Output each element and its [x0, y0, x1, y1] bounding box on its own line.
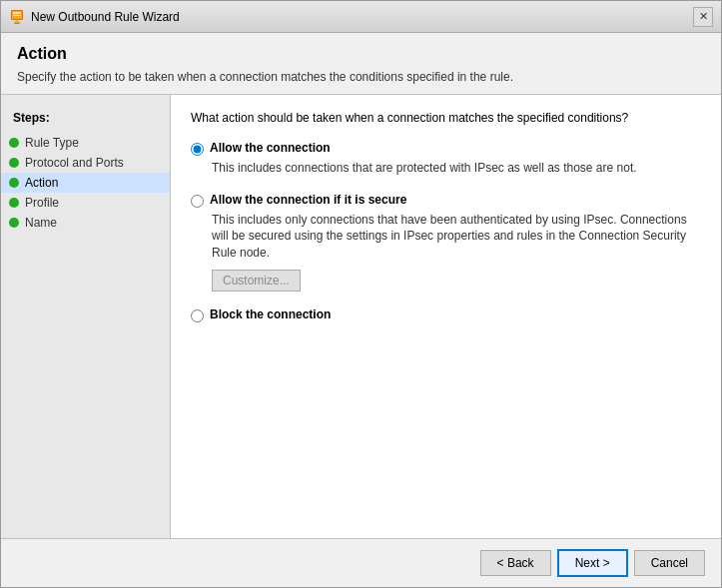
sidebar-item-label-rule-type: Rule Type	[25, 136, 79, 150]
customize-button[interactable]: Customize...	[212, 270, 301, 292]
option-label-allow-secure[interactable]: Allow the connection if it is secure	[210, 193, 406, 207]
main-question: What action should be taken when a conne…	[191, 111, 701, 125]
sidebar-item-profile[interactable]: Profile	[1, 193, 170, 213]
sidebar-item-label-action: Action	[25, 176, 58, 190]
steps-label: Steps:	[1, 107, 170, 133]
page-title: Action	[17, 45, 705, 63]
sidebar-item-action[interactable]: Action	[1, 173, 170, 193]
option-row-allow-secure: Allow the connection if it is secure	[191, 193, 701, 208]
footer: < Back Next > Cancel	[1, 539, 721, 587]
dialog-header: Action Specify the action to be taken wh…	[1, 33, 721, 94]
option-group-block: Block the connection	[191, 307, 701, 322]
dialog-body: Steps: Rule Type Protocol and Ports Acti…	[1, 95, 721, 538]
next-button[interactable]: Next >	[557, 549, 628, 577]
sidebar-item-protocol-ports[interactable]: Protocol and Ports	[1, 153, 170, 173]
close-button[interactable]: ✕	[693, 7, 713, 27]
option-label-allow[interactable]: Allow the connection	[210, 141, 331, 155]
option-desc-allow-secure: This includes only connections that have…	[212, 212, 701, 262]
svg-rect-2	[13, 12, 21, 14]
option-row-block: Block the connection	[191, 307, 701, 322]
sidebar-item-label-name: Name	[25, 216, 57, 230]
step-dot-profile	[9, 198, 19, 208]
step-dot-name	[9, 218, 19, 228]
title-bar-text: New Outbound Rule Wizard	[31, 10, 693, 24]
option-label-block[interactable]: Block the connection	[210, 307, 331, 321]
title-bar: New Outbound Rule Wizard ✕	[1, 1, 721, 33]
svg-rect-3	[13, 15, 21, 16]
step-dot-rule-type	[9, 138, 19, 148]
svg-marker-5	[13, 20, 21, 23]
main-content: What action should be taken when a conne…	[171, 95, 721, 538]
option-group-allow-secure: Allow the connection if it is secure Thi…	[191, 193, 701, 292]
radio-allow-secure[interactable]	[191, 195, 204, 208]
option-desc-allow: This includes connections that are prote…	[212, 160, 701, 177]
sidebar: Steps: Rule Type Protocol and Ports Acti…	[1, 95, 171, 538]
cancel-button[interactable]: Cancel	[634, 550, 705, 576]
radio-block[interactable]	[191, 309, 204, 322]
step-dot-action	[9, 178, 19, 188]
sidebar-item-label-profile: Profile	[25, 196, 59, 210]
back-button[interactable]: < Back	[480, 550, 551, 576]
option-row-allow: Allow the connection	[191, 141, 701, 156]
option-group-allow: Allow the connection This includes conne…	[191, 141, 701, 177]
step-dot-protocol-ports	[9, 158, 19, 168]
sidebar-item-rule-type[interactable]: Rule Type	[1, 133, 170, 153]
radio-allow[interactable]	[191, 143, 204, 156]
app-icon	[9, 9, 25, 25]
page-description: Specify the action to be taken when a co…	[17, 69, 705, 86]
sidebar-item-name[interactable]: Name	[1, 213, 170, 233]
dialog-window: New Outbound Rule Wizard ✕ Action Specif…	[0, 0, 722, 588]
sidebar-item-label-protocol-ports: Protocol and Ports	[25, 156, 124, 170]
